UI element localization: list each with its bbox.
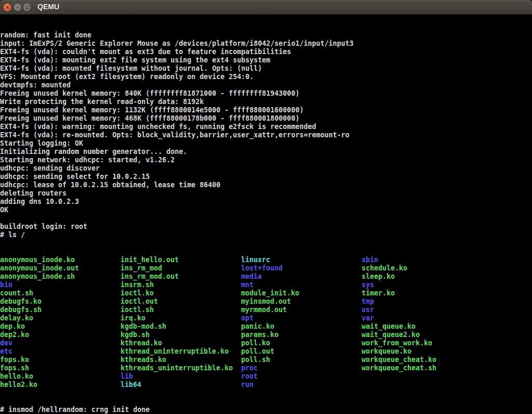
ls-entry: lib64 — [121, 381, 233, 389]
ls-entry: panic.ko — [241, 322, 299, 331]
terminal-line: devtmpfs: mounted — [0, 81, 532, 89]
ls-entry: kthreads.ko — [121, 356, 233, 364]
boot-log: random: fast init doneinput: ImExPS/2 Ge… — [0, 31, 532, 239]
ls-column: init_hello.outins_rm_modins_rm_mod.outin… — [121, 256, 233, 389]
ls-entry: kgdb-mod.sh — [121, 322, 233, 331]
terminal-line: Freeing unused kernel memory: 840K (ffff… — [0, 89, 532, 98]
ls-entry: anonymous_inode.sh — [0, 273, 79, 281]
terminal-line: input: ImExPS/2 Generic Explorer Mouse a… — [0, 40, 532, 48]
ls-entry: irq.ko — [121, 314, 233, 322]
ls-entry: dev — [0, 339, 79, 347]
ls-entry: linuxrc — [241, 256, 299, 264]
ls-entry: kthread_uninterruptible.ko — [121, 347, 233, 356]
maximize-icon — [25, 6, 29, 9]
ls-entry: dep.ko — [0, 322, 79, 331]
terminal-line: Starting network: udhcpc: started, v1.26… — [0, 156, 532, 164]
ls-column: linuxrclost+foundmediamntmodule_init.kom… — [241, 256, 299, 389]
ls-entry: usr — [362, 306, 436, 314]
minimize-button[interactable]: – — [14, 3, 22, 11]
ls-entry: schedule.ko — [362, 264, 436, 273]
ls-entry: timer.ko — [362, 289, 436, 297]
ls-output: anonymous_inode.koanonymous_inode.outano… — [0, 256, 532, 389]
ls-entry: poll.sh — [241, 356, 299, 364]
ls-entry: anonymous_inode.ko — [0, 256, 79, 264]
terminal-line: Starting logging: OK — [0, 139, 532, 148]
terminal-line: VFS: Mounted root (ext2 filesystem) read… — [0, 73, 532, 81]
ls-entry: hello2.ko — [0, 381, 79, 389]
terminal-line: EXT4-fs (vda): mounting ext2 file system… — [0, 56, 532, 64]
ls-entry: fops.ko — [0, 356, 79, 364]
ls-entry: myinsmod.out — [241, 297, 299, 306]
shell-log: # insmod /hellrandom: crng init done# in… — [0, 406, 532, 414]
ls-entry: debugfs.sh — [0, 306, 79, 314]
ls-entry: hello.ko — [0, 372, 79, 381]
window-title: QEMU — [37, 0, 59, 15]
ls-entry: count.sh — [0, 289, 79, 297]
ls-entry: poll.out — [241, 347, 299, 356]
terminal-line: deleting routers — [0, 189, 532, 198]
window-titlebar: ✕ – QEMU — [0, 0, 532, 15]
ls-entry: bin — [0, 281, 79, 289]
ls-entry: sleep.ko — [362, 273, 436, 281]
terminal-line — [0, 214, 532, 223]
ls-entry: media — [241, 273, 299, 281]
terminal-line: EXT4-fs (vda): couldn't mount as ext3 du… — [0, 48, 532, 56]
ls-entry: params.ko — [241, 331, 299, 339]
ls-entry: debugfs.ko — [0, 297, 79, 306]
ls-column: anonymous_inode.koanonymous_inode.outano… — [0, 256, 79, 389]
ls-entry: etc — [0, 347, 79, 356]
ls-entry: workqueue.ko — [362, 347, 436, 356]
terminal-line: # ls / — [0, 231, 532, 239]
ls-entry: myrmmod.out — [241, 306, 299, 314]
terminal-line: Freeing unused kernel memory: 1132K (fff… — [0, 106, 532, 114]
close-button[interactable]: ✕ — [3, 3, 11, 11]
ls-entry: root — [241, 372, 299, 381]
terminal-line: Freeing unused kernel memory: 468K (ffff… — [0, 114, 532, 123]
ls-entry: opt — [241, 314, 299, 322]
ls-entry: insrm.sh — [121, 281, 233, 289]
ls-entry: mnt — [241, 281, 299, 289]
terminal-line: random: fast init done — [0, 31, 532, 40]
ls-entry: wait_queue2.ko — [362, 331, 436, 339]
ls-column: sbinschedule.kosleep.kosystimer.kotmpusr… — [362, 256, 436, 372]
ls-entry: work_from_work.ko — [362, 339, 436, 347]
terminal-line: udhcpc: sending discover — [0, 164, 532, 173]
ls-entry: workqueue_cheat.sh — [362, 364, 436, 372]
ls-entry: sys — [362, 281, 436, 289]
terminal-line: udhcpc: sending select for 10.0.2.15 — [0, 173, 532, 181]
ls-entry: sbin — [362, 256, 436, 264]
qemu-window: ✕ – QEMU random: fast init doneinput: Im… — [0, 0, 532, 414]
terminal-line: OK — [0, 206, 532, 214]
ls-entry: init_hello.out — [121, 256, 233, 264]
maximize-button[interactable] — [23, 3, 31, 11]
ls-entry: module_init.ko — [241, 289, 299, 297]
minimize-icon: – — [16, 5, 19, 10]
ls-entry: kthreads_uninterruptible.ko — [121, 364, 233, 372]
ls-entry: ioctl.ko — [121, 289, 233, 297]
ls-entry: ins_rm_mod — [121, 264, 233, 273]
terminal-line: EXT4-fs (vda): mounted filesystem withou… — [0, 64, 532, 73]
ls-entry: dep2.ko — [0, 331, 79, 339]
ls-entry: poll.ko — [241, 339, 299, 347]
ls-entry: ioctl.out — [121, 297, 233, 306]
terminal-line: EXT4-fs (vda): re-mounted. Opts: block_v… — [0, 131, 532, 139]
ls-entry: anonymous_inode.out — [0, 264, 79, 273]
ls-entry: delay.ko — [0, 314, 79, 322]
terminal-line: adding dns 10.0.2.3 — [0, 198, 532, 206]
terminal-line: EXT4-fs (vda): warning: mounting uncheck… — [0, 123, 532, 131]
ls-entry: var — [362, 314, 436, 322]
ls-entry: kthread.ko — [121, 339, 233, 347]
terminal-line: udhcpc: lease of 10.0.2.15 obtained, lea… — [0, 181, 532, 189]
ls-entry: workqueue_cheat.ko — [362, 356, 436, 364]
terminal-line: # insmod /hellrandom: crng init done — [0, 406, 532, 414]
ls-entry: wait_queue.ko — [362, 322, 436, 331]
terminal-line: Initializing random number generator... … — [0, 148, 532, 156]
ls-entry: ins_rm_mod.out — [121, 273, 233, 281]
ls-entry: fops.sh — [0, 364, 79, 372]
terminal-line: buildroot login: root — [0, 223, 532, 231]
terminal-screen[interactable]: random: fast init doneinput: ImExPS/2 Ge… — [0, 15, 532, 414]
terminal-line: Write protecting the kernel read-only da… — [0, 98, 532, 106]
ls-entry: proc — [241, 364, 299, 372]
ls-entry: kgdb.sh — [121, 331, 233, 339]
ls-entry: lost+found — [241, 264, 299, 273]
